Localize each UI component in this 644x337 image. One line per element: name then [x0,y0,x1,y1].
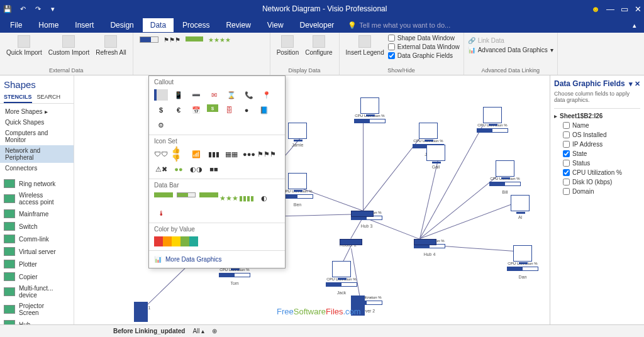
gallery-item[interactable]: ⚙ [154,119,168,131]
gallery-item[interactable]: ⚑⚑⚑ [260,148,274,160]
panel-close-icon[interactable]: ✕ [635,80,640,87]
gallery-item[interactable]: ●●● [242,148,256,160]
tab-process[interactable]: Process [175,18,217,32]
network-node[interactable]: CPU Utilization % [354,97,386,127]
network-node[interactable]: Gail [426,145,445,169]
gallery-item[interactable]: 🛡🛡 [154,148,168,160]
redo-icon[interactable]: ↷ [33,4,43,14]
advanced-data-graphics-button[interactable]: 📊 Advanced Data Graphics ▾ [468,46,553,54]
save-icon[interactable]: 💾 [3,4,13,14]
close-icon[interactable]: ✕ [635,4,641,14]
stencil-item[interactable]: Multi-funct...device [0,283,74,301]
minimize-icon[interactable]: — [606,4,614,14]
gallery-item[interactable]: 📅 [189,104,203,116]
gallery-item[interactable]: ⚠✖ [154,163,168,175]
stencil-item[interactable]: Plotter [0,258,74,270]
field-row[interactable]: OS Installed [554,130,640,140]
network-node[interactable]: CPU Utilization %Dan [507,245,538,279]
canvas-area[interactable]: Callout 📱 ➖ ✉ ⌛ 📞 📍 $ € 📅 $ 🗄 ● 📘 [74,75,550,324]
gallery-item[interactable]: $ [154,104,168,116]
all-filter[interactable]: All ▴ [192,328,204,334]
data-graphic-fields-check[interactable]: Data Graphic Fields [388,52,460,60]
tell-me-search[interactable]: 💡 Tell me what you want to do... [348,21,450,30]
panel-dropdown-icon[interactable]: ▾ [629,80,633,87]
gallery-item[interactable]: 📱 [172,89,186,101]
sheet-tab[interactable]: Before Linking_updated [113,328,185,334]
gallery-item[interactable]: 🌡 [154,207,168,219]
network-node[interactable]: Jamie [288,123,307,147]
maximize-icon[interactable]: ▭ [621,4,628,14]
tab-insert[interactable]: Insert [67,18,101,32]
network-node[interactable]: CPU Utilization %Ben [282,173,313,207]
network-node[interactable]: CPU Utilization % [477,107,508,136]
gallery-item[interactable]: 🗄 [222,104,236,116]
stencil-item[interactable]: Copier [0,270,74,283]
gallery-item[interactable]: ▮▮▮ [207,148,221,160]
gallery-item[interactable]: 📞 [242,89,256,101]
field-row[interactable]: Domain [554,187,640,196]
stencil-item[interactable]: Hub [0,318,74,324]
field-row[interactable]: Name [554,121,640,130]
stencil-item[interactable]: Switch [0,220,74,233]
gallery-item[interactable]: ■■ [207,163,221,175]
stencil-item[interactable]: Mainframe [0,207,74,220]
gallery-item[interactable]: ● [240,104,253,116]
smiley-icon[interactable]: ☻ [591,4,600,14]
position-button[interactable]: Position [274,34,302,57]
tab-file[interactable]: File [3,18,30,32]
network-node[interactable]: CPU Utilization %Jack [326,261,357,295]
gallery-item[interactable]: ✉ [207,89,221,101]
stencil-item[interactable]: Wirelessaccess point [0,190,74,207]
gallery-item[interactable] [177,192,196,197]
gallery-item[interactable]: ▦▦ [225,148,238,160]
field-row[interactable]: CPU Utilization % [554,168,640,177]
more-shapes[interactable]: More Shapes ▸ [0,106,74,117]
gallery-item[interactable]: ◐◑ [189,163,203,175]
tab-developer[interactable]: Developer [292,18,342,32]
tab-review[interactable]: Review [218,18,258,32]
server-node[interactable]: Server 1 [134,302,150,310]
tab-view[interactable]: View [260,18,291,32]
tab-design[interactable]: Design [103,18,141,32]
gallery-item[interactable]: € [172,104,186,116]
hub-node[interactable]: Router 2 [340,239,357,247]
sheet-row[interactable]: ▸ Sheet1$B2:I26 [554,111,640,121]
gallery-item[interactable]: ▮▮▮▮ [240,192,253,204]
gallery-item[interactable]: ◐ [257,192,271,204]
field-row[interactable]: Disk IO (kbps) [554,177,640,187]
stencil-item[interactable]: Comm-link [0,233,74,245]
more-data-graphics[interactable]: 📊 More Data Graphics [149,251,285,268]
gallery-item[interactable]: ●● [172,163,186,175]
field-row[interactable]: Status [554,158,640,168]
field-row[interactable]: IP Address [554,140,640,149]
network-node[interactable]: CPU Utilization %Bill [489,160,521,194]
add-sheet-icon[interactable]: ⊕ [212,328,217,334]
link-data-button[interactable]: 🔗 Link Data [468,36,553,45]
network-node[interactable]: Al [511,195,530,219]
gallery-item[interactable]: ⌛ [225,89,238,101]
qat-more-icon[interactable]: ▾ [48,4,58,14]
undo-icon[interactable]: ↶ [18,4,28,14]
gallery-item[interactable] [154,192,173,197]
quick-shapes[interactable]: Quick Shapes [0,117,74,128]
connectors[interactable]: Connectors [0,163,74,174]
gallery-item[interactable]: 👍👎 [172,148,186,160]
configure-button[interactable]: Configure [303,34,335,57]
external-data-window-check[interactable]: External Data Window [388,43,460,51]
gallery-item[interactable]: $ [207,104,218,112]
ribbon-collapse-icon[interactable]: ▴ [633,21,636,30]
stencil-item[interactable]: ProjectorScreen [0,301,74,318]
gallery-item[interactable]: 📘 [257,104,271,116]
tab-home[interactable]: Home [31,18,66,32]
gallery-item[interactable]: 📶 [189,148,203,160]
hub-node[interactable]: CPU Utilization %Hub 3 [351,211,382,228]
network-peripherals[interactable]: Network and Peripheral [0,145,74,163]
tab-data[interactable]: Data [143,18,174,32]
insert-legend-button[interactable]: Insert Legend [343,34,387,57]
refresh-all-button[interactable]: Refresh All [93,34,128,57]
stencil-item[interactable]: Ring network [0,177,74,190]
hub-node[interactable]: CPU Utilization %Hub 4 [414,239,445,257]
field-row[interactable]: State [554,149,640,158]
custom-import-button[interactable]: Custom Import [46,34,92,57]
gallery-item[interactable]: ➖ [189,89,203,101]
